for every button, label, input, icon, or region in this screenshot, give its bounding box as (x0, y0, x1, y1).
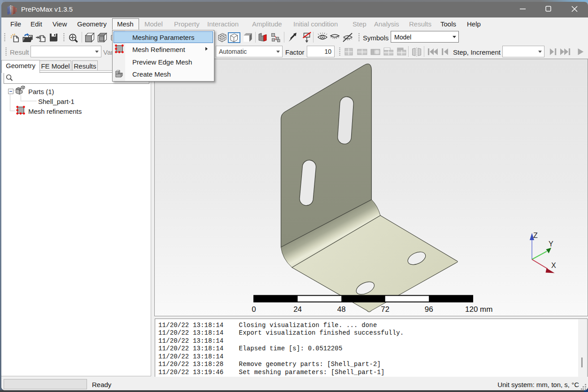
svg-text:0: 0 (252, 305, 256, 314)
svg-text:96: 96 (425, 305, 433, 314)
svg-text:Y: Y (549, 240, 553, 248)
svg-text:Z: Z (533, 232, 538, 239)
svg-text:24: 24 (293, 305, 302, 314)
svg-text:48: 48 (337, 305, 346, 314)
svg-text:X: X (551, 262, 556, 269)
svg-text:72: 72 (381, 305, 389, 314)
svg-text:120 mm: 120 mm (465, 305, 492, 314)
